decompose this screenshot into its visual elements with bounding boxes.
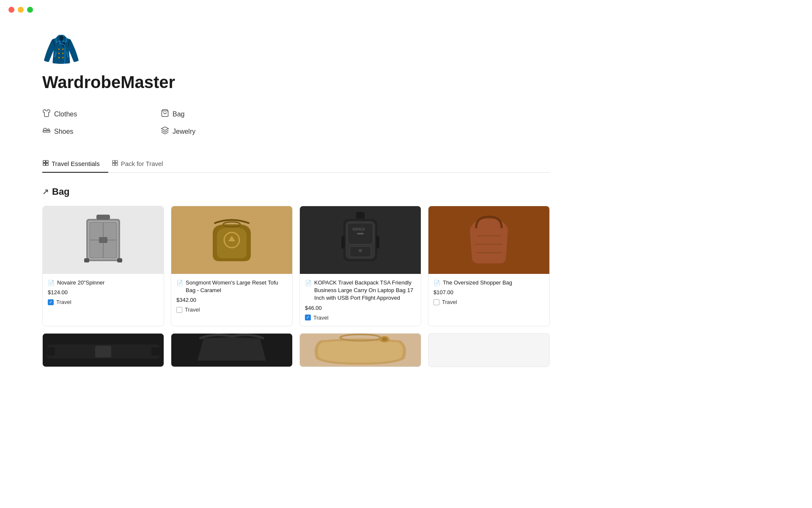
svg-rect-1	[43, 131, 50, 132]
tabs-bar: Travel Essentials Pack for Travel	[42, 155, 550, 173]
card-songmont-tag: Travel	[176, 306, 287, 313]
card-shopper: 📄 The Oversized Shopper Bag $107.00 Trav…	[428, 206, 550, 326]
svg-rect-32	[95, 345, 111, 357]
card-novaire-tag: Travel	[48, 299, 159, 305]
card-novaire-title[interactable]: Novaire 20"Spinner	[57, 279, 104, 287]
shoes-icon	[42, 126, 51, 137]
card-novaire: 📄 Novaire 20"Spinner $124.00 Travel	[42, 206, 164, 326]
svg-rect-4	[43, 163, 45, 166]
app-icon: 🧥	[42, 34, 550, 64]
page-title: WardrobeMaster	[42, 73, 550, 92]
tab-pack-for-travel[interactable]: Pack for Travel	[112, 155, 172, 173]
svg-rect-33	[47, 347, 55, 356]
card-novaire-image	[43, 206, 164, 274]
minimize-button[interactable]	[18, 7, 24, 13]
card-kopack-title[interactable]: KOPACK Travel Backpack TSA Friendly Busi…	[314, 279, 416, 302]
svg-rect-5	[46, 163, 48, 166]
svg-rect-18	[99, 237, 107, 243]
card-kopack-tag: Travel	[305, 315, 416, 321]
jewelry-icon	[161, 126, 169, 137]
category-bag[interactable]: Bag	[161, 107, 254, 121]
card-songmont-image	[171, 206, 292, 274]
doc-icon-2: 📄	[176, 280, 183, 286]
section-header: ↗ Bag	[42, 186, 550, 197]
bag-icon	[161, 109, 169, 119]
clothes-label: Clothes	[54, 110, 77, 118]
card-kopack-price: $46.00	[305, 305, 416, 311]
svg-rect-8	[112, 163, 115, 166]
card-novaire-tag-label: Travel	[56, 299, 71, 305]
card-kopack-image: KOPACK	[300, 206, 421, 274]
close-button[interactable]	[8, 7, 14, 13]
shoes-label: Shoes	[54, 128, 73, 135]
card-songmont-checkbox[interactable]	[176, 307, 182, 313]
bag-label: Bag	[173, 110, 184, 118]
maximize-button[interactable]	[27, 7, 33, 13]
clothes-icon	[42, 109, 51, 119]
card-shopper-body: 📄 The Oversized Shopper Bag $107.00 Trav…	[428, 274, 549, 310]
tab-pack-for-travel-label: Pack for Travel	[121, 160, 163, 167]
card-shopper-tag: Travel	[433, 299, 544, 305]
card-shopper-image	[428, 206, 549, 274]
jewelry-label: Jewelry	[173, 128, 195, 135]
svg-rect-37	[382, 337, 387, 341]
cards-grid: 📄 Novaire 20"Spinner $124.00 Travel	[42, 206, 550, 326]
tab-travel-essentials[interactable]: Travel Essentials	[42, 155, 108, 173]
svg-rect-15	[96, 215, 110, 220]
card-shopper-price: $107.00	[433, 289, 544, 295]
tab-travel-essentials-icon	[42, 160, 49, 168]
card-tote-partial	[171, 333, 293, 367]
category-shoes[interactable]: Shoes	[42, 124, 135, 138]
traffic-lights	[0, 0, 41, 19]
card-shopper-tag-label: Travel	[442, 299, 457, 305]
svg-rect-3	[46, 160, 48, 163]
card-kopack: KOPACK 📄 KOPACK Travel Backpack TSA Frie…	[299, 206, 421, 326]
card-songmont-body: 📄 Songmont Women's Large Reset Tofu Bag …	[171, 274, 292, 318]
svg-rect-2	[43, 160, 45, 163]
card-kopack-checkbox[interactable]	[305, 315, 311, 320]
doc-icon-3: 📄	[305, 280, 312, 286]
cards-grid-bottom	[42, 333, 550, 367]
doc-icon-1: 📄	[48, 280, 55, 286]
card-fanny-partial	[42, 333, 164, 367]
svg-rect-29	[376, 236, 379, 248]
svg-rect-28	[341, 236, 345, 248]
svg-rect-34	[151, 347, 159, 356]
svg-rect-7	[115, 160, 117, 163]
svg-rect-17	[117, 258, 122, 262]
svg-rect-16	[84, 258, 89, 262]
card-songmont: 📄 Songmont Women's Large Reset Tofu Bag …	[171, 206, 293, 326]
svg-rect-26	[357, 233, 364, 235]
card-songmont-tag-label: Travel	[185, 306, 200, 313]
card-kopack-tag-label: Travel	[313, 315, 329, 321]
card-songmont-title[interactable]: Songmont Women's Large Reset Tofu Bag - …	[186, 279, 287, 294]
card-songmont-price: $342.00	[176, 297, 287, 303]
section-link-arrow: ↗	[42, 187, 49, 196]
section-title: Bag	[52, 186, 70, 197]
card-shopper-checkbox[interactable]	[433, 299, 439, 305]
card-novaire-checkbox[interactable]	[48, 299, 54, 305]
card-kopack-body: 📄 KOPACK Travel Backpack TSA Friendly Bu…	[300, 274, 421, 326]
tab-travel-essentials-label: Travel Essentials	[52, 160, 100, 167]
svg-rect-6	[112, 160, 115, 163]
card-shopper-title[interactable]: The Oversized Shopper Bag	[443, 279, 512, 287]
card-novaire-price: $124.00	[48, 289, 159, 295]
category-clothes[interactable]: Clothes	[42, 107, 135, 121]
category-jewelry[interactable]: Jewelry	[161, 124, 254, 138]
card-hobo-partial	[299, 333, 421, 367]
card-empty-partial	[428, 333, 550, 367]
doc-icon-4: 📄	[433, 280, 440, 286]
svg-rect-9	[115, 163, 117, 166]
tab-pack-for-travel-icon	[112, 160, 118, 168]
category-grid: Clothes Bag Shoes	[42, 107, 254, 138]
card-novaire-body: 📄 Novaire 20"Spinner $124.00 Travel	[43, 274, 164, 310]
page-content: 🧥 WardrobeMaster Clothes Bag	[0, 0, 592, 392]
svg-text:KOPACK: KOPACK	[353, 228, 365, 232]
svg-point-27	[359, 249, 362, 252]
